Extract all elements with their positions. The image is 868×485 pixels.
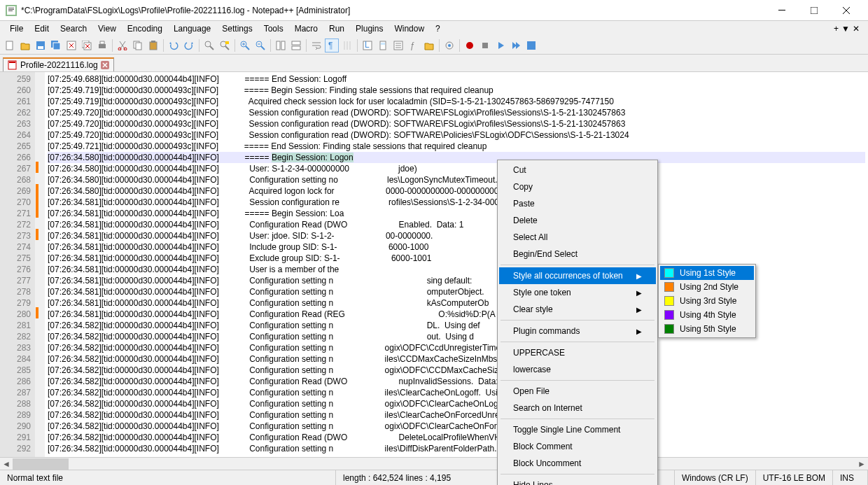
status-eol[interactable]: Windows (CR LF): [675, 470, 756, 485]
ctx-delete[interactable]: Delete: [499, 212, 656, 229]
scroll-right-icon[interactable]: ►: [855, 458, 868, 470]
menu-file[interactable]: File: [4, 22, 29, 35]
ctx-block-uncomment[interactable]: Block Uncomment: [499, 455, 656, 472]
svg-rect-9: [38, 46, 43, 49]
record-icon[interactable]: [463, 38, 477, 52]
statusbar: Normal text file length : 642,524 lines …: [0, 470, 868, 485]
save-icon[interactable]: [34, 38, 48, 52]
style-using-3rd-style[interactable]: Using 3rd Style: [660, 294, 754, 308]
close-tab-icon[interactable]: ✕: [853, 24, 860, 34]
menu-settings[interactable]: Settings: [216, 22, 258, 35]
menu-view[interactable]: View: [92, 22, 122, 35]
minimize-button[interactable]: [766, 0, 798, 21]
style-using-5th-style[interactable]: Using 5th Style: [660, 322, 754, 336]
ctx-toggle-single-line-comment[interactable]: Toggle Single Line Comment: [499, 421, 656, 438]
undo-icon[interactable]: [167, 38, 181, 52]
titlebar: *C:\ProgramData\FSLogix\Logs\Profile\Pro…: [0, 0, 868, 21]
app-icon: [6, 5, 17, 16]
save-all-icon[interactable]: [49, 38, 63, 52]
dropdown-icon[interactable]: ▼: [841, 24, 850, 34]
lang-icon[interactable]: L: [360, 38, 374, 52]
print-icon[interactable]: [95, 38, 109, 52]
ctx-uppercase[interactable]: UPPERCASE: [499, 344, 656, 361]
all-chars-icon[interactable]: ¶: [325, 38, 339, 52]
menu-tools[interactable]: Tools: [258, 22, 289, 35]
h-scrollbar[interactable]: ◄ ►: [0, 457, 868, 470]
color-swatch: [664, 310, 674, 320]
ctx-paste[interactable]: Paste: [499, 195, 656, 212]
scroll-left-icon[interactable]: ◄: [0, 458, 13, 470]
style-using-1st-style[interactable]: Using 1st Style: [660, 266, 754, 280]
window-title: *C:\ProgramData\FSLogix\Logs\Profile\Pro…: [21, 6, 766, 15]
maximize-button[interactable]: [798, 0, 830, 21]
ctx-style-one-token[interactable]: Style one token▶: [499, 284, 656, 301]
scroll-thumb[interactable]: [13, 458, 69, 470]
ctx-select-all[interactable]: Select All: [499, 229, 656, 246]
ctx-open-file[interactable]: Open File: [499, 383, 656, 400]
ctx-search-on-internet[interactable]: Search on Internet: [499, 400, 656, 416]
cut-icon[interactable]: [115, 38, 130, 52]
menu-plugins[interactable]: Plugins: [350, 22, 388, 35]
close-file-icon[interactable]: [64, 38, 78, 52]
ctx-clear-style[interactable]: Clear style▶: [499, 301, 656, 318]
monitor-icon[interactable]: [442, 38, 456, 52]
status-encoding[interactable]: UTF-16 LE BOM: [756, 470, 833, 485]
wrap-icon[interactable]: [309, 38, 323, 52]
status-mode[interactable]: INS: [833, 470, 868, 485]
doc-map-icon[interactable]: [376, 38, 390, 52]
menu-search[interactable]: Search: [55, 22, 92, 35]
context-menu: CutCopyPasteDeleteSelect AllBegin/End Se…: [497, 160, 658, 485]
ctx-cut[interactable]: Cut: [499, 162, 656, 178]
menu-window[interactable]: Window: [388, 22, 430, 35]
close-button[interactable]: [830, 0, 862, 21]
find-icon[interactable]: [202, 38, 216, 52]
ctx-plugin-commands[interactable]: Plugin commands▶: [499, 323, 656, 339]
menu-run[interactable]: Run: [323, 22, 350, 35]
menu-?[interactable]: ?: [430, 22, 446, 35]
redo-icon[interactable]: [182, 38, 196, 52]
svg-rect-35: [380, 41, 386, 50]
svg-rect-36: [381, 43, 385, 45]
close-all-icon[interactable]: [80, 38, 94, 52]
ctx-copy[interactable]: Copy: [499, 178, 656, 195]
ctx-begin-end-select[interactable]: Begin/End Select: [499, 246, 656, 262]
play-multi-icon[interactable]: [509, 38, 523, 52]
copy-icon[interactable]: [131, 38, 145, 52]
open-file-icon[interactable]: [18, 38, 32, 52]
ctx-style-all-occurrences-of-token[interactable]: Style all occurrences of token▶: [499, 267, 656, 284]
stop-icon[interactable]: [478, 38, 492, 52]
svg-rect-42: [482, 43, 488, 48]
new-file-icon[interactable]: [3, 38, 17, 52]
svg-rect-28: [276, 41, 280, 50]
style-using-2nd-style[interactable]: Using 2nd Style: [660, 280, 754, 294]
func-list-icon[interactable]: ƒ: [407, 38, 421, 52]
svg-text:L: L: [365, 41, 370, 50]
play-icon[interactable]: [493, 38, 507, 52]
folder-view-icon[interactable]: [422, 38, 436, 52]
style-submenu: Using 1st StyleUsing 2nd StyleUsing 3rd …: [658, 264, 756, 338]
tab-label: Profile-20221116.log: [20, 60, 98, 70]
doc-list-icon[interactable]: [391, 38, 405, 52]
menu-language[interactable]: Language: [168, 22, 216, 35]
svg-point-23: [205, 41, 211, 47]
file-tab[interactable]: Profile-20221116.log: [3, 57, 114, 71]
sync-v-icon[interactable]: [274, 38, 288, 52]
paste-icon[interactable]: [146, 38, 160, 52]
add-tab-icon[interactable]: +: [834, 24, 839, 34]
sync-h-icon[interactable]: [289, 38, 303, 52]
ctx-block-comment[interactable]: Block Comment: [499, 438, 656, 455]
menu-macro[interactable]: Macro: [289, 22, 323, 35]
svg-rect-4: [8, 10, 13, 11]
menu-encoding[interactable]: Encoding: [122, 22, 168, 35]
ctx-lowercase[interactable]: lowercase: [499, 361, 656, 378]
svg-rect-43: [527, 41, 536, 50]
style-using-4th-style[interactable]: Using 4th Style: [660, 308, 754, 322]
tab-close-icon[interactable]: [101, 61, 109, 69]
ctx-hide-lines[interactable]: Hide Lines: [499, 477, 656, 485]
indent-guide-icon[interactable]: [340, 38, 354, 52]
menu-edit[interactable]: Edit: [29, 22, 55, 35]
save-macro-icon[interactable]: [524, 38, 538, 52]
zoom-in-icon[interactable]: [238, 38, 252, 52]
zoom-out-icon[interactable]: [253, 38, 267, 52]
replace-icon[interactable]: [218, 38, 232, 52]
